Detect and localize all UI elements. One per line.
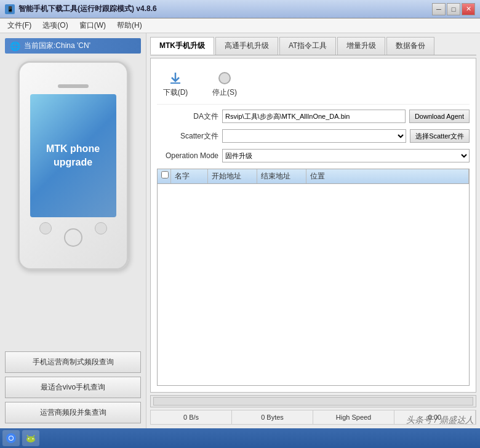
speed-cell: 0 B/s <box>151 410 232 424</box>
phone-nav-buttons <box>39 222 107 247</box>
menu-help[interactable]: 帮助(H) <box>112 19 147 32</box>
th-start-addr: 开始地址 <box>208 169 257 183</box>
phone-screen: MTK phoneupgrade <box>30 94 116 217</box>
vivo-query-button[interactable]: 最适合vivo手机查询 <box>5 377 141 398</box>
th-checkbox <box>158 169 171 183</box>
svg-rect-0 <box>170 82 180 84</box>
progress-text: 0% <box>154 405 473 406</box>
tab-incremental[interactable]: 增量升级 <box>337 37 385 55</box>
phone-speaker <box>58 84 89 88</box>
taskbar-android[interactable] <box>22 430 39 446</box>
carrier-query-button[interactable]: 手机运营商制式频段查询 <box>5 351 141 373</box>
tab-backup[interactable]: 数据备份 <box>386 37 434 55</box>
menu-bar: 文件(F) 选项(O) 窗口(W) 帮助(H) <box>0 18 480 33</box>
menu-file[interactable]: 文件(F) <box>2 19 36 32</box>
file-table: 名字 开始地址 结束地址 位置 <box>157 169 470 386</box>
svg-point-5 <box>28 438 30 439</box>
country-bar: 🌐 当前国家:China 'CN' <box>5 38 141 54</box>
maximize-button[interactable]: □ <box>447 3 460 15</box>
svg-point-3 <box>9 436 13 440</box>
progress-bar-container: 0% <box>150 395 476 407</box>
minimize-button[interactable]: ─ <box>432 3 446 15</box>
band-query-button[interactable]: 运营商频段并集查询 <box>5 402 141 423</box>
stop-button[interactable]: 停止(S) <box>206 68 243 100</box>
operation-mode-row: Operation Mode 固件升级 <box>157 149 470 162</box>
scatter-file-row: Scatter文件 选择Scatter文件 <box>157 129 470 143</box>
app-icon: 📱 <box>5 4 15 14</box>
taskbar <box>0 428 480 448</box>
left-panel: 🌐 当前国家:China 'CN' MTK phoneupgrade 手机运营商… <box>0 33 146 428</box>
phone-menu-btn <box>95 222 107 234</box>
main-content: 🌐 当前国家:China 'CN' MTK phoneupgrade 手机运营商… <box>0 33 480 428</box>
th-name: 名字 <box>171 169 208 183</box>
menu-window[interactable]: 窗口(W) <box>74 19 111 32</box>
scatter-label: Scatter文件 <box>157 131 218 142</box>
download-icon <box>168 71 183 86</box>
tab-qualcomm[interactable]: 高通手机升级 <box>215 37 278 55</box>
app-title: 智能手机下载工具(运行时跟踪模式) v4.8.6 <box>18 4 157 14</box>
country-label: 当前国家:China 'CN' <box>24 41 90 51</box>
bytes-cell: 0 Bytes <box>232 410 313 424</box>
mode-cell: High Speed <box>313 410 394 424</box>
window-controls: ─ □ ✕ <box>432 3 475 15</box>
download-button[interactable]: 下载(D) <box>157 68 194 100</box>
stop-label: 停止(S) <box>212 87 237 98</box>
da-file-row: DA文件 Download Agent <box>157 110 470 123</box>
menu-options[interactable]: 选项(O) <box>38 19 73 32</box>
operation-select[interactable]: 固件升级 <box>222 149 470 162</box>
right-panel: MTK手机升级 高通手机升级 AT指令工具 增量升级 数据备份 下载(D) <box>146 33 480 428</box>
progress-bar: 0% <box>153 397 473 406</box>
svg-line-8 <box>33 435 34 437</box>
svg-point-4 <box>26 436 35 442</box>
tabs-container: MTK手机升级 高通手机升级 AT指令工具 增量升级 数据备份 <box>150 37 476 55</box>
tab-at-cmd[interactable]: AT指令工具 <box>279 37 336 55</box>
bottom-buttons: 手机运营商制式频段查询 最适合vivo手机查询 运营商频段并集查询 <box>5 346 141 423</box>
da-label: DA文件 <box>157 111 218 122</box>
table-header: 名字 开始地址 结束地址 位置 <box>158 169 469 184</box>
download-label: 下载(D) <box>163 87 188 98</box>
table-body <box>158 184 469 385</box>
operation-label: Operation Mode <box>157 151 218 160</box>
watermark: 头条号 / 鼎盛达人 <box>406 415 474 426</box>
title-bar-left: 📱 智能手机下载工具(运行时跟踪模式) v4.8.6 <box>5 4 157 14</box>
th-position: 位置 <box>306 169 469 183</box>
tab-content: 下载(D) 停止(S) DA文件 Download Agent Scatter <box>150 58 476 393</box>
phone-back-btn <box>39 222 52 234</box>
svg-line-7 <box>27 435 28 437</box>
phone-home-btn <box>64 228 82 247</box>
close-button[interactable]: ✕ <box>462 3 475 15</box>
tab-mtk[interactable]: MTK手机升级 <box>150 37 214 55</box>
phone-image: MTK phoneupgrade <box>18 61 129 270</box>
th-end-addr: 结束地址 <box>257 169 306 183</box>
flag-icon: 🌐 <box>10 41 20 51</box>
select-all-checkbox[interactable] <box>161 171 169 178</box>
toolbar: 下载(D) 停止(S) <box>157 65 470 105</box>
download-agent-button[interactable]: Download Agent <box>409 110 470 123</box>
stop-icon <box>217 71 232 86</box>
svg-point-6 <box>33 438 34 439</box>
scatter-select[interactable] <box>222 129 406 143</box>
taskbar-chrome[interactable] <box>2 430 20 446</box>
da-input[interactable] <box>222 110 406 123</box>
title-bar: 📱 智能手机下载工具(运行时跟踪模式) v4.8.6 ─ □ ✕ <box>0 0 480 18</box>
scatter-file-button[interactable]: 选择Scatter文件 <box>410 129 470 143</box>
